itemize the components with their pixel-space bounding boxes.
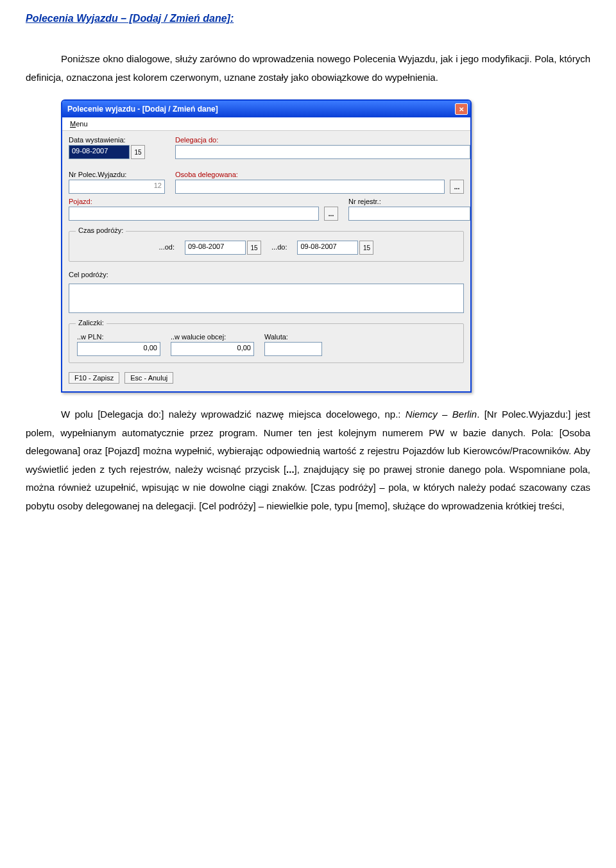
pojazd-lookup-button[interactable]: ... bbox=[324, 207, 338, 221]
calendar-icon[interactable]: 15 bbox=[247, 241, 261, 255]
label-pojazd: Pojazd: bbox=[69, 198, 338, 205]
row-data-delegacja: Data wystawienia: 09-08-2007 15 Delegacj… bbox=[69, 136, 464, 159]
cancel-button[interactable]: Esc - Anuluj bbox=[124, 372, 173, 384]
dialog-title: Polecenie wyjazdu - [Dodaj / Zmień dane] bbox=[67, 105, 218, 114]
label-cel-podrozy: Cel podróży: bbox=[69, 271, 464, 278]
data-wystawienia-input[interactable]: 09-08-2007 bbox=[69, 145, 130, 159]
label-osoba-delegowana: Osoba delegowana: bbox=[175, 171, 464, 178]
group-czas-podrozy: Czas podróży: ...od: 09-08-2007 15 ...do… bbox=[69, 231, 464, 262]
od-date-input[interactable]: 09-08-2007 bbox=[185, 241, 246, 255]
nr-rejestr-input[interactable] bbox=[348, 207, 470, 221]
explanation-paragraph: W polu [Delegacja do:] należy wprowadzić… bbox=[26, 405, 590, 515]
button-row: F10 - Zapisz Esc - Anuluj bbox=[69, 372, 464, 384]
dialog-titlebar: Polecenie wyjazdu - [Dodaj / Zmień dane]… bbox=[62, 101, 470, 117]
menubar: Menu bbox=[62, 117, 470, 131]
calendar-icon[interactable]: 15 bbox=[359, 241, 373, 255]
calendar-icon[interactable]: 15 bbox=[131, 145, 145, 159]
label-w-walucie: ..w walucie obcej: bbox=[171, 333, 254, 341]
w-walucie-input[interactable]: 0,00 bbox=[171, 342, 254, 356]
do-date-input[interactable]: 09-08-2007 bbox=[297, 241, 358, 255]
example-italic: Niemcy – Berlin bbox=[406, 409, 477, 420]
label-nr-polec: Nr Polec.Wyjazdu: bbox=[69, 171, 165, 178]
label-w-pln: ..w PLN: bbox=[77, 333, 160, 341]
osoba-delegowana-input[interactable] bbox=[175, 180, 445, 194]
form-body: Data wystawienia: 09-08-2007 15 Delegacj… bbox=[62, 131, 470, 391]
w-pln-input[interactable]: 0,00 bbox=[77, 342, 160, 356]
close-icon[interactable]: ✕ bbox=[455, 103, 468, 115]
menu-item-menu[interactable]: Menu bbox=[66, 119, 92, 129]
pojazd-input[interactable] bbox=[69, 207, 319, 221]
cel-podrozy-input[interactable] bbox=[69, 284, 464, 313]
label-delegacja-do: Delegacja do: bbox=[175, 136, 464, 144]
label-waluta: Waluta: bbox=[264, 333, 322, 341]
label-data-wystawienia: Data wystawienia: bbox=[69, 136, 165, 144]
delegacja-do-input[interactable] bbox=[175, 145, 470, 159]
legend-czas-podrozy: Czas podróży: bbox=[76, 226, 126, 234]
dialog-screenshot: Polecenie wyjazdu - [Dodaj / Zmień dane]… bbox=[61, 99, 472, 393]
row-nr-osoba: Nr Polec.Wyjazdu: 12 Osoba delegowana: .… bbox=[69, 171, 464, 194]
group-zaliczki: Zaliczki: ..w PLN: 0,00 ..w walucie obce… bbox=[69, 323, 464, 363]
label-do: ...do: bbox=[271, 243, 287, 251]
section-heading: Polecenia Wyjazdu – [Dodaj / Zmień dane]… bbox=[26, 13, 590, 24]
save-button[interactable]: F10 - Zapisz bbox=[69, 372, 119, 384]
dialog-window: Polecenie wyjazdu - [Dodaj / Zmień dane]… bbox=[61, 99, 472, 393]
osoba-lookup-button[interactable]: ... bbox=[450, 180, 464, 194]
field-cel-podrozy: Cel podróży: bbox=[69, 271, 464, 313]
row-pojazd-rejestr: Pojazd: ... Nr rejestr.: bbox=[69, 198, 464, 221]
label-nr-rejestr: Nr rejestr.: bbox=[348, 198, 464, 205]
waluta-input[interactable] bbox=[264, 342, 322, 356]
dots-bold: ... bbox=[286, 464, 295, 475]
intro-paragraph: Poniższe okno dialogowe, służy zarówno d… bbox=[26, 50, 590, 87]
nr-polec-input[interactable]: 12 bbox=[69, 180, 165, 194]
legend-zaliczki: Zaliczki: bbox=[76, 319, 107, 327]
label-od: ...od: bbox=[159, 243, 175, 251]
